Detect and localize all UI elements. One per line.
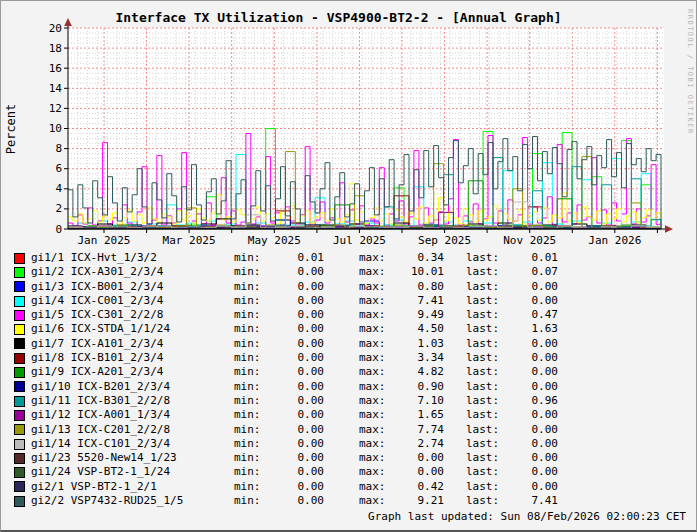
legend-row: gi1/11 ICX-B301_2/2/8min:0.00max:7.10las… xyxy=(1,394,697,408)
last-updated-text: Graph last updated: Sun 08/Feb/2026 02:0… xyxy=(368,510,686,523)
series-label: gi2/1 VSP-BT2-1_2/1 xyxy=(31,480,234,494)
max-value: 1.65 xyxy=(385,408,444,422)
legend-row: gi1/9 ICX-A201_2/3/4min:0.00max:4.82last… xyxy=(1,365,697,379)
min-column-label: min: xyxy=(234,465,260,479)
last-value: 0.00 xyxy=(499,423,558,437)
legend-row: gi1/23 5520-New14_1/23min:0.00max:0.00la… xyxy=(1,451,697,465)
legend-row: gi1/3 ICX-B001_2/3/4min:0.00max:0.80last… xyxy=(1,280,697,294)
min-value: 0.00 xyxy=(260,423,324,437)
series-color-swatch xyxy=(14,296,25,307)
max-column-label: max: xyxy=(359,365,385,379)
max-column-label: max: xyxy=(359,308,385,322)
series-label: gi1/24 VSP-BT2-1_1/24 xyxy=(31,465,234,479)
min-column-label: min: xyxy=(234,437,260,451)
series-label: gi1/7 ICX-A101_2/3/4 xyxy=(31,337,234,351)
max-value: 4.82 xyxy=(385,365,444,379)
series-label: gi1/9 ICX-A201_2/3/4 xyxy=(31,365,234,379)
series-color-swatch xyxy=(14,353,25,364)
last-value: 7.41 xyxy=(499,494,558,508)
series-label: gi1/2 ICX-A301_2/3/4 xyxy=(31,265,234,279)
max-value: 4.50 xyxy=(385,322,444,336)
last-column-label: last: xyxy=(466,423,499,437)
x-tick-label: Nov 2025 xyxy=(503,234,556,247)
min-value: 0.00 xyxy=(260,365,324,379)
max-value: 1.03 xyxy=(385,337,444,351)
y-tick-label: 6 xyxy=(55,162,62,175)
legend-row: gi1/14 ICX-C101_2/3/4min:0.00max:2.74las… xyxy=(1,437,697,451)
y-tick-label: 10 xyxy=(49,122,62,135)
last-column-label: last: xyxy=(466,265,499,279)
max-column-label: max: xyxy=(359,465,385,479)
last-column-label: last: xyxy=(466,408,499,422)
legend-row: gi1/6 ICX-STDA_1/1/24min:0.00max:4.50las… xyxy=(1,322,697,336)
min-column-label: min: xyxy=(234,322,260,336)
last-column-label: last: xyxy=(466,394,499,408)
series-label: gi1/3 ICX-B001_2/3/4 xyxy=(31,280,234,294)
last-column-label: last: xyxy=(466,380,499,394)
max-value: 7.74 xyxy=(385,423,444,437)
min-value: 0.00 xyxy=(260,437,324,451)
y-tick-label: 16 xyxy=(49,62,62,75)
max-value: 9.21 xyxy=(385,494,444,508)
series-label: gi1/6 ICX-STDA_1/1/24 xyxy=(31,322,234,336)
min-column-label: min: xyxy=(234,265,260,279)
min-value: 0.00 xyxy=(260,480,324,494)
min-value: 0.00 xyxy=(260,337,324,351)
min-column-label: min: xyxy=(234,480,260,494)
min-column-label: min: xyxy=(234,380,260,394)
x-tick-label: Mar 2025 xyxy=(163,234,216,247)
last-value: 0.07 xyxy=(499,265,558,279)
max-value: 0.90 xyxy=(385,380,444,394)
y-tick-label: 2 xyxy=(55,202,62,215)
max-column-label: max: xyxy=(359,480,385,494)
x-tick-label: May 2025 xyxy=(248,234,301,247)
min-column-label: min: xyxy=(234,294,260,308)
series-color-swatch xyxy=(14,439,25,450)
x-axis-arrow xyxy=(665,225,673,233)
series-color-swatch xyxy=(14,281,25,292)
series-color-swatch xyxy=(14,338,25,349)
max-column-label: max: xyxy=(359,280,385,294)
series-color-swatch xyxy=(14,324,25,335)
last-value: 0.47 xyxy=(499,308,558,322)
max-value: 0.00 xyxy=(385,451,444,465)
x-tick-label: Sep 2025 xyxy=(418,234,471,247)
max-column-label: max: xyxy=(359,265,385,279)
max-column-label: max: xyxy=(359,251,385,265)
series-color-swatch xyxy=(14,424,25,435)
min-column-label: min: xyxy=(234,251,260,265)
series-label: gi1/5 ICX-C301_2/2/8 xyxy=(31,308,234,322)
min-value: 0.00 xyxy=(260,351,324,365)
max-column-label: max: xyxy=(359,351,385,365)
last-column-label: last: xyxy=(466,365,499,379)
min-value: 0.00 xyxy=(260,294,324,308)
max-column-label: max: xyxy=(359,494,385,508)
min-value: 0.00 xyxy=(260,465,324,479)
last-value: 0.00 xyxy=(499,437,558,451)
legend-row: gi1/8 ICX-B101_2/3/4min:0.00max:3.34last… xyxy=(1,351,697,365)
last-value: 0.96 xyxy=(499,394,558,408)
series-color-swatch xyxy=(14,367,25,378)
min-column-label: min: xyxy=(234,365,260,379)
max-column-label: max: xyxy=(359,437,385,451)
last-value: 0.00 xyxy=(499,351,558,365)
min-value: 0.00 xyxy=(260,322,324,336)
legend-row: gi1/5 ICX-C301_2/2/8min:0.00max:9.49last… xyxy=(1,308,697,322)
last-column-label: last: xyxy=(466,322,499,336)
last-column-label: last: xyxy=(466,494,499,508)
last-column-label: last: xyxy=(466,480,499,494)
y-tick-label: 0 xyxy=(55,223,62,236)
legend-row: gi1/1 ICX-Hvt_1/3/2min:0.01max:0.34last:… xyxy=(1,251,697,265)
series-color-swatch xyxy=(14,453,25,464)
max-column-label: max: xyxy=(359,423,385,437)
min-column-label: min: xyxy=(234,351,260,365)
last-value: 0.00 xyxy=(499,380,558,394)
max-column-label: max: xyxy=(359,294,385,308)
last-column-label: last: xyxy=(466,280,499,294)
legend-row: gi1/12 ICX-A001_1/3/4min:0.00max:1.65las… xyxy=(1,408,697,422)
legend-row: gi1/7 ICX-A101_2/3/4min:0.00max:1.03last… xyxy=(1,337,697,351)
legend-row: gi1/2 ICX-A301_2/3/4min:0.00max:10.01las… xyxy=(1,265,697,279)
series-color-swatch xyxy=(14,396,25,407)
min-value: 0.00 xyxy=(260,408,324,422)
series-color-swatch xyxy=(14,481,25,492)
